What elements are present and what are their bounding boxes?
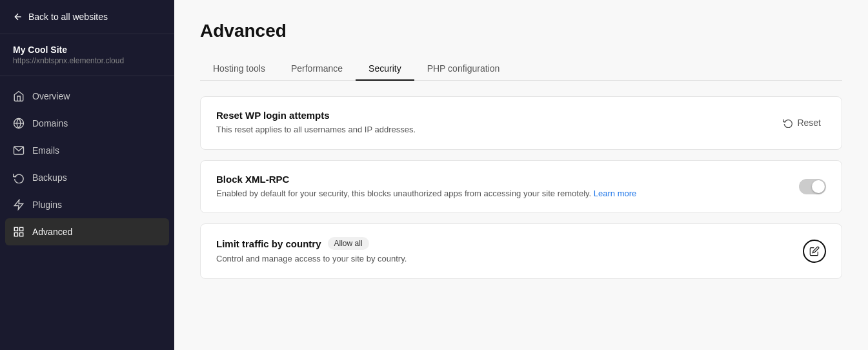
edit-button[interactable] (803, 240, 826, 263)
sidebar-item-advanced-label: Advanced (32, 227, 72, 237)
back-label: Back to all websites (28, 12, 108, 22)
site-info: My Cool Site https://xnbtspnx.elementor.… (0, 34, 174, 76)
sidebar-item-backups-label: Backups (32, 172, 67, 183)
learn-more-link[interactable]: Learn more (594, 189, 636, 198)
svg-rect-5 (14, 227, 17, 231)
card-block-xmlrpc: Block XML-RPC Enabled by default for you… (200, 160, 842, 214)
reset-icon (783, 118, 793, 128)
pencil-icon (809, 246, 820, 256)
mail-icon (13, 145, 25, 156)
sidebar-item-plugins-label: Plugins (32, 200, 62, 210)
sidebar-item-overview-label: Overview (32, 91, 70, 101)
main-content: Advanced Hosting tools Performance Secur… (174, 0, 868, 350)
tabs: Hosting tools Performance Security PHP c… (200, 57, 842, 81)
sidebar-nav: Overview Domains Emails Backups (0, 76, 174, 350)
card-reset-wp-login: Reset WP login attempts This reset appli… (200, 96, 842, 150)
globe-icon (13, 118, 25, 129)
tab-hosting-tools[interactable]: Hosting tools (200, 57, 278, 80)
limit-traffic-desc: Control and manage access to your site b… (216, 252, 407, 265)
block-xmlrpc-desc: Enabled by default for your security, th… (216, 187, 636, 200)
sidebar-item-overview[interactable]: Overview (0, 83, 174, 110)
card-limit-traffic: Limit traffic by country Allow all Contr… (200, 223, 842, 279)
svg-marker-4 (14, 200, 23, 210)
sidebar-item-domains[interactable]: Domains (0, 110, 174, 137)
sidebar-item-domains-label: Domains (32, 118, 68, 129)
reset-button[interactable]: Reset (778, 115, 826, 130)
svg-rect-6 (20, 227, 23, 231)
advanced-icon (13, 226, 25, 238)
tab-performance[interactable]: Performance (278, 57, 356, 80)
block-xmlrpc-title: Block XML-RPC (216, 174, 289, 185)
svg-rect-7 (20, 233, 23, 236)
svg-rect-8 (14, 233, 17, 236)
allow-all-badge: Allow all (328, 237, 369, 250)
sidebar-item-backups[interactable]: Backups (0, 164, 174, 191)
sidebar-item-plugins[interactable]: Plugins (0, 191, 174, 218)
limit-traffic-title: Limit traffic by country (216, 238, 321, 249)
sidebar-item-advanced[interactable]: Advanced (5, 218, 169, 245)
site-url: https://xnbtspnx.elementor.cloud (13, 56, 161, 65)
reset-wp-login-title: Reset WP login attempts (216, 110, 330, 121)
sidebar: Back to all websites My Cool Site https:… (0, 0, 174, 350)
plugins-icon (13, 199, 25, 211)
sidebar-item-emails[interactable]: Emails (0, 137, 174, 164)
tab-security[interactable]: Security (356, 57, 414, 80)
xmlrpc-toggle[interactable] (799, 179, 826, 194)
tab-php-configuration[interactable]: PHP configuration (414, 57, 513, 80)
back-to-websites[interactable]: Back to all websites (0, 0, 174, 34)
sidebar-item-emails-label: Emails (32, 145, 59, 156)
page-title: Advanced (200, 21, 842, 41)
home-icon (13, 90, 25, 102)
backups-icon (13, 172, 25, 183)
site-name: My Cool Site (13, 45, 161, 55)
reset-wp-login-desc: This reset applies to all usernames and … (216, 123, 416, 136)
arrow-left-icon (13, 12, 23, 22)
